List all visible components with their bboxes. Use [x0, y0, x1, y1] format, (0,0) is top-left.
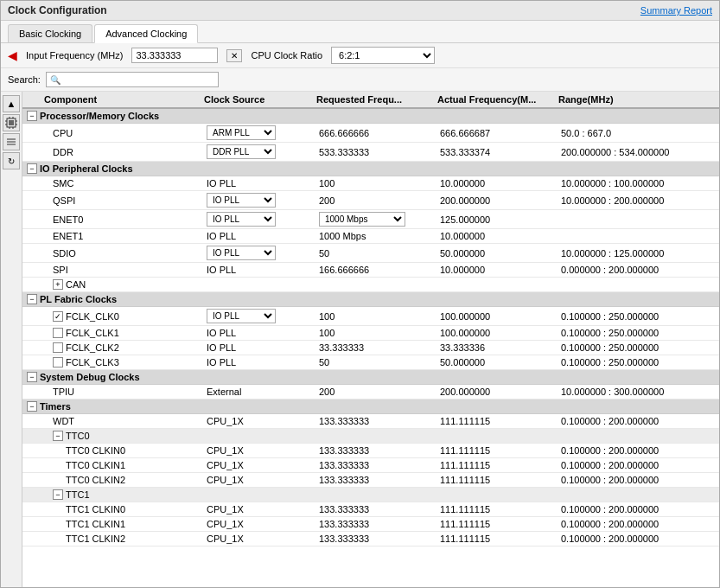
ddr-range: 200.000000 : 534.000000 — [558, 146, 705, 158]
toolbar: ◀ Input Frequency (MHz) ✕ CPU Clock Rati… — [1, 43, 719, 68]
cpu-clock-source: ARM PLL — [204, 125, 316, 141]
search-label: Search: — [8, 74, 41, 85]
main-window: Clock Configuration Summary Report Basic… — [0, 0, 720, 588]
ttc0-clkin1-source: CPU_1X — [204, 459, 316, 471]
smc-component: SMC — [22, 177, 204, 189]
tab-advanced-clocking[interactable]: Advanced Clocking — [94, 24, 198, 43]
table-row: TTC1 CLKIN0 CPU_1X 133.333333 111.111115… — [22, 502, 719, 517]
ttc0-group: − TTC0 — [22, 430, 204, 442]
ttc1-clkin1-range: 0.100000 : 200.000000 — [558, 518, 705, 530]
table-row: TTC0 CLKIN2 CPU_1X 133.333333 111.111115… — [22, 473, 719, 488]
input-freq-label: Input Frequency (MHz) — [26, 50, 123, 61]
table-row: FCLK_CLK3 IO PLL 50 50.000000 0.100000 :… — [22, 355, 719, 370]
header-range: Range(MHz) — [558, 94, 705, 105]
header-clock-source: Clock Source — [204, 94, 316, 105]
expand-ttc0-icon[interactable]: − — [53, 431, 63, 441]
enet0-actual-freq: 125.000000 — [437, 214, 558, 226]
clear-input-button[interactable]: ✕ — [226, 49, 242, 62]
chip-button[interactable] — [3, 114, 20, 131]
group-system-debug: − System Debug Clocks — [22, 370, 719, 385]
list-button[interactable] — [3, 133, 20, 150]
ttc0-clkin0-source: CPU_1X — [204, 444, 316, 457]
table-row: WDT CPU_1X 133.333333 111.111115 0.10000… — [22, 414, 719, 429]
expand-io-icon[interactable]: − — [27, 163, 37, 174]
spi-range: 0.000000 : 200.000000 — [558, 264, 705, 276]
wdt-req-freq: 133.333333 — [316, 415, 437, 427]
summary-report-link[interactable]: Summary Report — [640, 5, 712, 16]
ddr-source-select[interactable]: DDR PLL — [207, 144, 276, 159]
expand-can-icon[interactable]: + — [53, 279, 63, 290]
fclk1-checkbox[interactable] — [53, 328, 63, 338]
table-row: SDIO IO PLL 50 50.000000 10.000000 : 125… — [22, 244, 719, 263]
ttc0-clkin1-req: 133.333333 — [316, 459, 437, 471]
ttc0-clkin2-range: 0.100000 : 200.000000 — [558, 474, 705, 486]
expand-processor-icon[interactable]: − — [27, 111, 37, 121]
table-row: − TTC1 — [22, 488, 719, 502]
header-actual-freq: Actual Frequency(M... — [437, 94, 558, 105]
fclk0-checkbox[interactable]: ✓ — [53, 311, 63, 322]
search-input[interactable] — [61, 74, 207, 86]
table-row: + CAN — [22, 278, 719, 292]
input-freq-field[interactable] — [131, 48, 218, 63]
spi-component: SPI — [22, 264, 204, 276]
fclk0-source-select[interactable]: IO PLL — [207, 309, 276, 323]
table-row: SPI IO PLL 166.666666 10.000000 0.000000… — [22, 263, 719, 278]
smc-req-freq: 100 — [316, 177, 437, 189]
header-req-freq: Requested Frequ... — [316, 94, 437, 105]
sdio-req-freq: 50 — [316, 247, 437, 259]
fclk2-range: 0.100000 : 250.000000 — [558, 342, 705, 354]
fclk1-req-freq: 100 — [316, 327, 437, 339]
expand-debug-icon[interactable]: − — [27, 372, 37, 382]
enet0-req-freq: 1000 Mbps — [316, 211, 437, 227]
fclk1-clock-source: IO PLL — [204, 327, 316, 339]
table-row: ENET0 IO PLL 1000 Mbps 125.000000 — [22, 210, 719, 229]
table-row: TTC0 CLKIN1 CPU_1X 133.333333 111.111115… — [22, 458, 719, 473]
expand-ttc1-icon[interactable]: − — [53, 489, 63, 500]
fclk0-actual-freq: 100.000000 — [437, 310, 558, 323]
enet0-req-select[interactable]: 1000 Mbps — [319, 212, 405, 227]
fclk2-checkbox[interactable] — [53, 342, 63, 353]
group-pl-fabric: − PL Fabric Clocks — [22, 292, 719, 307]
expand-pl-icon[interactable]: − — [27, 294, 37, 304]
fclk0-req-freq: 100 — [316, 310, 437, 323]
wdt-component: WDT — [22, 415, 204, 427]
refresh-button[interactable]: ↻ — [3, 152, 20, 169]
ttc0-clkin0-req: 133.333333 — [316, 444, 437, 457]
table-header: Component Clock Source Requested Frequ..… — [22, 92, 719, 109]
qspi-range: 10.000000 : 200.000000 — [558, 195, 705, 207]
fclk3-checkbox[interactable] — [53, 357, 63, 368]
fclk0-clock-source: IO PLL — [204, 308, 316, 324]
ttc0-clkin1-component: TTC0 CLKIN1 — [22, 459, 204, 471]
ttc1-clkin1-req: 133.333333 — [316, 518, 437, 530]
back-icon[interactable]: ◀ — [8, 48, 17, 62]
sdio-source-select[interactable]: IO PLL — [207, 246, 276, 260]
ttc0-clkin0-component: TTC0 CLKIN0 — [22, 444, 204, 457]
cpu-ratio-select[interactable]: 6:2:1 — [331, 47, 435, 64]
tab-basic-clocking[interactable]: Basic Clocking — [8, 24, 92, 42]
expand-timers-icon[interactable]: − — [27, 401, 37, 412]
cpu-source-select[interactable]: ARM PLL — [207, 125, 276, 140]
enet0-range — [558, 219, 705, 220]
side-toolbar: ▲ ↻ — [1, 92, 22, 587]
ttc0-clkin2-component: TTC0 CLKIN2 — [22, 474, 204, 486]
smc-range: 10.000000 : 100.000000 — [558, 177, 705, 189]
qspi-source-select[interactable]: IO PLL — [207, 193, 276, 208]
ttc0-clkin0-range: 0.100000 : 200.000000 — [558, 444, 705, 457]
ttc0-clkin2-actual: 111.111115 — [437, 474, 558, 486]
enet1-actual-freq: 10.000000 — [437, 230, 558, 242]
ddr-req-freq: 533.333333 — [316, 146, 437, 158]
expand-all-button[interactable]: ▲ — [3, 95, 20, 112]
fclk3-range: 0.100000 : 250.000000 — [558, 356, 705, 368]
spi-actual-freq: 10.000000 — [437, 264, 558, 276]
ttc1-clkin0-req: 133.333333 — [316, 503, 437, 515]
tpiu-actual-freq: 200.000000 — [437, 386, 558, 398]
ttc1-clkin0-range: 0.100000 : 200.000000 — [558, 503, 705, 515]
spi-clock-source: IO PLL — [204, 264, 316, 276]
sdio-component: SDIO — [22, 247, 204, 259]
ttc1-clkin0-source: CPU_1X — [204, 503, 316, 515]
table-row: FCLK_CLK1 IO PLL 100 100.000000 0.100000… — [22, 326, 719, 341]
table-row: TPIU External 200 200.000000 10.000000 :… — [22, 385, 719, 399]
fclk0-range: 0.100000 : 250.000000 — [558, 310, 705, 323]
spi-req-freq: 166.666666 — [316, 264, 437, 276]
enet0-source-select[interactable]: IO PLL — [207, 212, 276, 227]
